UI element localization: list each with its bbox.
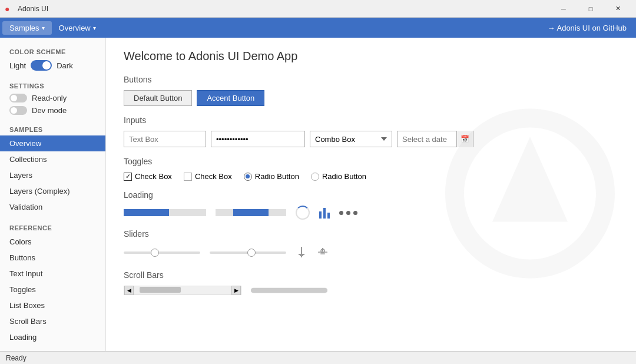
accent-button[interactable]: Accent Button (197, 90, 264, 106)
github-link[interactable]: → Adonis UI on GitHub (541, 21, 634, 35)
content-area: A Welcome to Adonis UI Demo App Buttons … (106, 38, 636, 351)
status-bar: Ready (0, 351, 636, 364)
checkbox-unchecked-label: Check Box (195, 172, 232, 181)
read-only-label: Read-only (32, 94, 67, 102)
password-input[interactable] (211, 131, 305, 147)
scroll-thumb[interactable] (140, 287, 181, 293)
color-scheme-toggle[interactable] (31, 60, 52, 71)
menu-samples-arrow: ▾ (42, 25, 45, 31)
reference-title: REFERENCE (0, 220, 105, 234)
inputs-section-title: Inputs (124, 115, 618, 125)
scroll-track (134, 286, 231, 294)
toggles-section-title: Toggles (124, 157, 618, 166)
buttons-row: Default Button Accent Button (124, 90, 618, 106)
dot-2 (346, 211, 350, 215)
close-button[interactable]: ✕ (604, 0, 631, 18)
slider-icon-1 (296, 244, 307, 261)
scroll-right-btn[interactable]: ▶ (231, 286, 241, 295)
radio-unchecked-label: Radio Button (322, 172, 366, 181)
checkbox-unchecked-item[interactable]: Check Box (184, 172, 232, 181)
default-button[interactable]: Default Button (124, 90, 192, 106)
dev-mode-toggle[interactable] (9, 106, 27, 115)
radio-unchecked-circle (311, 173, 319, 181)
app-icon: ● (5, 4, 14, 14)
sidebar-item-layers[interactable]: Layers (0, 167, 105, 183)
sidebar-item-overview[interactable]: Overview (0, 135, 105, 151)
svg-rect-2 (299, 254, 304, 255)
menu-item-overview[interactable]: Overview ▾ (52, 21, 103, 35)
sliders-row (124, 244, 618, 261)
calendar-button[interactable]: 📅 (456, 131, 473, 147)
menu-samples-label: Samples (9, 24, 39, 32)
title-bar: ● Adonis UI ─ □ ✕ (0, 0, 636, 18)
checkbox-checked-box (124, 173, 132, 181)
checkbox-checked-item[interactable]: Check Box (124, 172, 172, 181)
scroll-left-btn[interactable]: ◀ (124, 286, 134, 295)
thin-scrollbar (251, 287, 327, 293)
sidebar-item-buttons[interactable]: Buttons (0, 250, 105, 266)
radio-checked-label: Radio Button (255, 172, 299, 181)
settings-title: SETTINGS (0, 78, 105, 92)
sidebar-item-colors[interactable]: Colors (0, 234, 105, 250)
status-text: Ready (6, 354, 26, 362)
sidebar-item-loading[interactable]: Loading (0, 329, 105, 345)
light-label: Light (9, 61, 26, 70)
radio-checked-item[interactable]: Radio Button (244, 172, 299, 181)
dev-mode-label: Dev mode (32, 106, 67, 115)
dev-mode-row: Dev mode (0, 104, 105, 117)
sliders-section-title: Sliders (124, 229, 618, 239)
sidebar-item-collections[interactable]: Collections (0, 151, 105, 167)
combo-box[interactable]: Combo Box Option A Option B (310, 131, 392, 147)
bar-3 (327, 213, 330, 219)
date-picker: 📅 (397, 131, 473, 147)
progress-bar-indeterminate (216, 209, 286, 216)
dots-loading (339, 211, 357, 215)
buttons-section-title: Buttons (124, 75, 618, 84)
svg-rect-1 (301, 247, 302, 255)
checkbox-unchecked-box (184, 173, 192, 181)
minimize-button[interactable]: ─ (550, 0, 577, 18)
main-layout: COLOR SCHEME Light Dark SETTINGS Read-on… (0, 38, 636, 351)
spinner (296, 206, 310, 220)
slider-2[interactable] (210, 252, 286, 254)
date-input[interactable] (398, 131, 456, 147)
svg-rect-4 (301, 256, 302, 257)
page-title: Welcome to Adonis UI Demo App (124, 49, 618, 63)
sidebar-item-toggles[interactable]: Toggles (0, 282, 105, 297)
progress-fill-1 (124, 209, 169, 216)
maximize-button[interactable]: □ (577, 0, 604, 18)
inputs-row: Combo Box Option A Option B 📅 (124, 131, 618, 147)
menu-item-samples[interactable]: Samples ▾ (2, 21, 52, 35)
dot-1 (339, 211, 343, 215)
text-box-input[interactable] (124, 131, 206, 147)
radio-checked-circle (244, 173, 252, 181)
bar-1 (319, 211, 322, 219)
sidebar-item-list-boxes[interactable]: List Boxes (0, 297, 105, 313)
sidebar-item-validation[interactable]: Validation (0, 199, 105, 215)
slider-icon-2 (317, 244, 329, 261)
horizontal-scrollbar: ◀ ▶ (124, 286, 241, 295)
sidebar: COLOR SCHEME Light Dark SETTINGS Read-on… (0, 38, 106, 351)
sidebar-item-scroll-bars[interactable]: Scroll Bars (0, 313, 105, 329)
color-scheme-row: Light Dark (0, 58, 105, 73)
progress-bar-determinate (124, 209, 206, 216)
bars-loading (319, 207, 330, 219)
window-title: Adonis UI (18, 5, 550, 13)
menu-overview-label: Overview (59, 24, 91, 32)
read-only-row: Read-only (0, 92, 105, 104)
thin-scroll-thumb[interactable] (251, 288, 327, 293)
read-only-toggle[interactable] (9, 94, 27, 102)
dark-label: Dark (57, 61, 72, 70)
bar-2 (323, 208, 326, 219)
loading-section-title: Loading (124, 190, 618, 200)
slider-1[interactable] (124, 252, 200, 254)
samples-title: SAMPLES (0, 121, 105, 135)
toggles-row: Check Box Check Box Radio Button Radio B… (124, 172, 618, 181)
sidebar-item-layers-complex[interactable]: Layers (Complex) (0, 183, 105, 199)
radio-unchecked-item[interactable]: Radio Button (311, 172, 366, 181)
svg-rect-3 (300, 255, 303, 256)
svg-rect-7 (320, 253, 325, 254)
sidebar-item-text-input[interactable]: Text Input (0, 266, 105, 282)
checkbox-checked-label: Check Box (135, 172, 172, 181)
color-scheme-title: COLOR SCHEME (0, 44, 105, 58)
